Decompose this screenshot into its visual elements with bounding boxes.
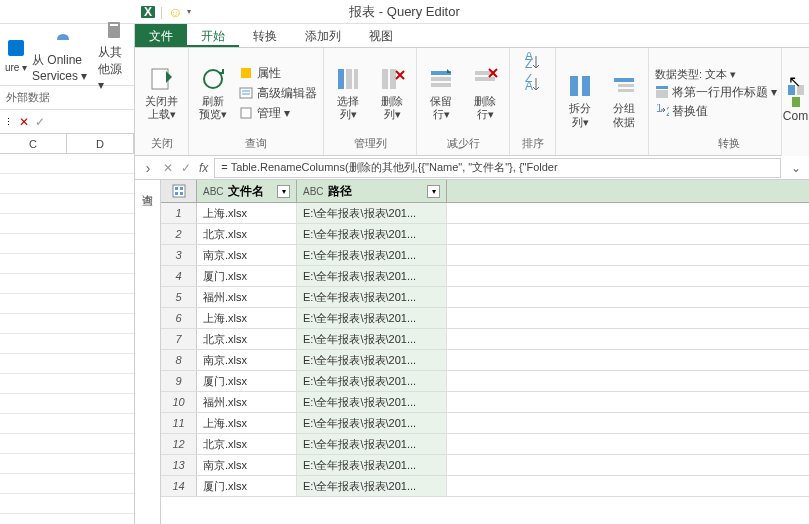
row-number[interactable]: 13 xyxy=(161,455,197,475)
use-first-row-button[interactable]: 将第一行用作标题 ▾ xyxy=(655,84,777,101)
fx-label[interactable]: fx xyxy=(199,161,208,175)
table-row[interactable]: 13 南京.xlsx E:\全年报表\报表\201... xyxy=(161,455,809,476)
table-row[interactable]: 11 上海.xlsx E:\全年报表\报表\201... xyxy=(161,413,809,434)
table-row[interactable]: 3 南京.xlsx E:\全年报表\报表\201... xyxy=(161,245,809,266)
cancel-formula-icon[interactable]: ✕ xyxy=(163,161,173,175)
data-type-button[interactable]: 数据类型: 文本 ▾ xyxy=(655,67,777,82)
formula-input[interactable] xyxy=(214,158,781,178)
cell-filename[interactable]: 南京.xlsx xyxy=(197,245,297,265)
cell-filename[interactable]: 南京.xlsx xyxy=(197,350,297,370)
row-number[interactable]: 5 xyxy=(161,287,197,307)
replace-values-button[interactable]: 12 替换值 xyxy=(655,103,777,120)
cell-filename[interactable]: 福州.xlsx xyxy=(197,392,297,412)
cell-path[interactable]: E:\全年报表\报表\201... xyxy=(297,434,447,454)
table-row[interactable]: 6 上海.xlsx E:\全年报表\报表\201... xyxy=(161,308,809,329)
row-number[interactable]: 2 xyxy=(161,224,197,244)
row-number[interactable]: 8 xyxy=(161,350,197,370)
tab-view[interactable]: 视图 xyxy=(355,24,407,47)
sort-desc-button[interactable]: ZA xyxy=(523,74,543,94)
dropdown-icon[interactable]: ⋮ xyxy=(4,117,13,127)
cancel-icon[interactable]: ✕ xyxy=(19,115,29,129)
table-row[interactable]: 1 上海.xlsx E:\全年报表\报表\201... xyxy=(161,203,809,224)
table-row[interactable]: 12 北京.xlsx E:\全年报表\报表\201... xyxy=(161,434,809,455)
table-row[interactable]: 10 福州.xlsx E:\全年报表\报表\201... xyxy=(161,392,809,413)
cell-path[interactable]: E:\全年报表\报表\201... xyxy=(297,203,447,223)
row-number[interactable]: 14 xyxy=(161,476,197,496)
tab-file[interactable]: 文件 xyxy=(135,24,187,47)
row-number[interactable]: 9 xyxy=(161,371,197,391)
cell-path[interactable]: E:\全年报表\报表\201... xyxy=(297,413,447,433)
table-row[interactable]: 4 厦门.xlsx E:\全年报表\报表\201... xyxy=(161,266,809,287)
table-row[interactable]: 8 南京.xlsx E:\全年报表\报表\201... xyxy=(161,350,809,371)
filter-icon[interactable]: ▾ xyxy=(277,185,290,198)
row-number[interactable]: 7 xyxy=(161,329,197,349)
tab-home[interactable]: 开始 xyxy=(187,24,239,47)
cell-path[interactable]: E:\全年报表\报表\201... xyxy=(297,392,447,412)
cell-path[interactable]: E:\全年报表\报表\201... xyxy=(297,308,447,328)
cell-path[interactable]: E:\全年报表\报表\201... xyxy=(297,329,447,349)
cell-filename[interactable]: 北京.xlsx xyxy=(197,329,297,349)
row-number[interactable]: 12 xyxy=(161,434,197,454)
cell-filename[interactable]: 北京.xlsx xyxy=(197,224,297,244)
manage-button[interactable]: 管理 ▾ xyxy=(239,105,317,122)
azure-button[interactable]: ure ▾ xyxy=(2,34,30,75)
qat-dropdown-icon[interactable]: ▾ xyxy=(187,7,191,16)
row-number[interactable]: 6 xyxy=(161,308,197,328)
table-row[interactable]: 2 北京.xlsx E:\全年报表\报表\201... xyxy=(161,224,809,245)
formula-dropdown-icon[interactable]: ⌄ xyxy=(787,161,805,175)
cell-path[interactable]: E:\全年报表\报表\201... xyxy=(297,350,447,370)
smiley-icon[interactable]: ☺ xyxy=(167,4,183,20)
left-grid-rows[interactable] xyxy=(0,154,134,524)
cell-filename[interactable]: 厦门.xlsx xyxy=(197,371,297,391)
advanced-editor-button[interactable]: 高级编辑器 xyxy=(239,85,317,102)
cell-filename[interactable]: 上海.xlsx xyxy=(197,413,297,433)
cell-path[interactable]: E:\全年报表\报表\201... xyxy=(297,245,447,265)
row-number[interactable]: 11 xyxy=(161,413,197,433)
cell-filename[interactable]: 厦门.xlsx xyxy=(197,476,297,496)
tab-add-column[interactable]: 添加列 xyxy=(291,24,355,47)
column-c[interactable]: C xyxy=(0,134,67,153)
check-icon[interactable]: ✓ xyxy=(35,115,45,129)
keep-rows-button[interactable]: 保留 行▾ xyxy=(423,63,459,123)
data-grid[interactable]: ABC 文件名 ▾ ABC 路径 ▾ 1 上海.xlsx E:\全年报表\报表\… xyxy=(161,180,809,524)
cell-filename[interactable]: 厦门.xlsx xyxy=(197,266,297,286)
group-by-button[interactable]: 分组 依据 xyxy=(606,70,642,130)
select-all-cell[interactable] xyxy=(161,180,197,202)
cell-path[interactable]: E:\全年报表\报表\201... xyxy=(297,455,447,475)
column-header-path[interactable]: ABC 路径 ▾ xyxy=(297,180,447,202)
properties-button[interactable]: 属性 xyxy=(239,65,317,82)
accept-formula-icon[interactable]: ✓ xyxy=(181,161,191,175)
row-number[interactable]: 10 xyxy=(161,392,197,412)
split-col-button[interactable]: 拆分 列▾ xyxy=(562,70,598,130)
cell-filename[interactable]: 福州.xlsx xyxy=(197,287,297,307)
online-services-button[interactable]: 从 Online Services ▾ xyxy=(30,24,96,85)
cell-filename[interactable]: 上海.xlsx xyxy=(197,308,297,328)
cell-path[interactable]: E:\全年报表\报表\201... xyxy=(297,266,447,286)
remove-rows-button[interactable]: 删除 行▾ xyxy=(467,63,503,123)
table-row[interactable]: 9 厦门.xlsx E:\全年报表\报表\201... xyxy=(161,371,809,392)
grid-body[interactable]: 1 上海.xlsx E:\全年报表\报表\201...2 北京.xlsx E:\… xyxy=(161,203,809,497)
remove-cols-button[interactable]: 删除 列▾ xyxy=(374,63,410,123)
tab-transform[interactable]: 转换 xyxy=(239,24,291,47)
row-number[interactable]: 3 xyxy=(161,245,197,265)
sort-asc-button[interactable]: AZ xyxy=(523,52,543,72)
row-number[interactable]: 4 xyxy=(161,266,197,286)
cell-filename[interactable]: 北京.xlsx xyxy=(197,434,297,454)
cell-path[interactable]: E:\全年报表\报表\201... xyxy=(297,476,447,496)
cell-path[interactable]: E:\全年报表\报表\201... xyxy=(297,224,447,244)
other-sources-button[interactable]: 从其他源 ▾ xyxy=(96,16,132,94)
table-row[interactable]: 14 厦门.xlsx E:\全年报表\报表\201... xyxy=(161,476,809,497)
collapse-queries-icon[interactable]: › xyxy=(139,160,157,176)
close-load-button[interactable]: 关闭并 上载▾ xyxy=(141,63,182,123)
column-d[interactable]: D xyxy=(67,134,134,153)
column-header-filename[interactable]: ABC 文件名 ▾ xyxy=(197,180,297,202)
cell-filename[interactable]: 南京.xlsx xyxy=(197,455,297,475)
cell-path[interactable]: E:\全年报表\报表\201... xyxy=(297,371,447,391)
cell-filename[interactable]: 上海.xlsx xyxy=(197,203,297,223)
choose-cols-button[interactable]: 选择 列▾ xyxy=(330,63,366,123)
filter-icon[interactable]: ▾ xyxy=(427,185,440,198)
table-row[interactable]: 7 北京.xlsx E:\全年报表\报表\201... xyxy=(161,329,809,350)
table-row[interactable]: 5 福州.xlsx E:\全年报表\报表\201... xyxy=(161,287,809,308)
cell-path[interactable]: E:\全年报表\报表\201... xyxy=(297,287,447,307)
row-number[interactable]: 1 xyxy=(161,203,197,223)
